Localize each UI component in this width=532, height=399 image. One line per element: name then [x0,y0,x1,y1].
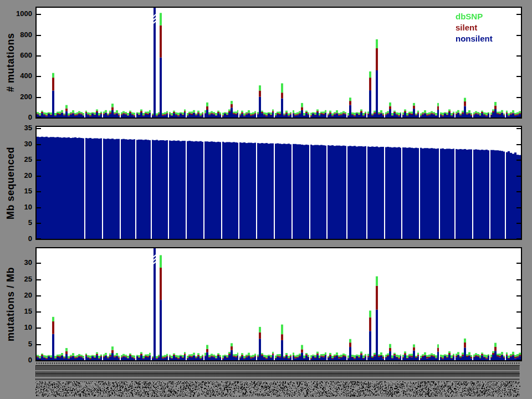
ytick-label: 0 [1,235,32,243]
ytick-label: 35 [1,124,32,132]
ytick-label: 25 [1,275,32,283]
legend-item-dbsnp: dbSNP [456,11,493,22]
ytick-label: 20 [1,172,32,180]
legend-item-silent: silent [456,22,493,33]
panel-mb-sequenced [35,126,522,240]
ytick-label: 20 [1,291,32,299]
ytick-label: 600 [1,52,32,59]
mutation-rate-bars [37,248,521,360]
legend: dbSNP silent nonsilent [456,11,493,44]
mutation-counts-bars [37,8,521,117]
ytick-label: 5 [1,340,32,348]
ytick-label: 10 [1,203,32,211]
ytick-label: 0 [1,114,32,121]
ytick-label: 15 [1,187,32,195]
ytick-label: 30 [1,259,32,267]
mutation-summary-figure: # mutations Mb sequenced mutations / Mb … [0,0,532,399]
yaxis-label-mutations: # mutations [2,7,19,119]
panel-mutation-counts: dbSNP silent nonsilent [35,7,522,119]
ytick-label: 0 [1,356,32,364]
legend-item-nonsilent: nonsilent [456,33,493,44]
mb-sequenced-bars [37,127,521,239]
ytick-label: 30 [1,140,32,148]
ytick-label: 10 [1,324,32,331]
ytick-label: 200 [1,93,32,101]
ytick-label: 5 [1,219,32,227]
panel-mutation-rate [35,247,522,361]
sample-id-labels [35,362,521,398]
ytick-label: 1000 [1,10,32,18]
ytick-label: 25 [1,156,32,163]
ytick-label: 400 [1,72,32,80]
ytick-label: 800 [1,31,32,39]
ytick-label: 15 [1,308,32,315]
